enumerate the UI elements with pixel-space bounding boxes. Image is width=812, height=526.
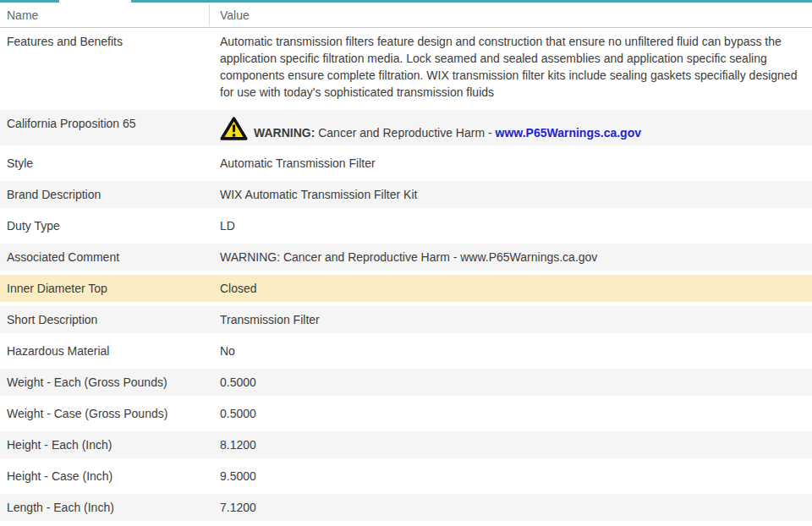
table-row-weight-case: Weight - Case (Gross Pounds) 0.5000 [0, 400, 812, 431]
attribute-name: Inner Diameter Top [0, 275, 213, 302]
attribute-name: Style [0, 150, 213, 177]
prop65-warning-text: WARNING: Cancer and Reproductive Harm - … [254, 124, 641, 141]
attribute-name: Features and Benefits [0, 28, 213, 106]
table-row-brand-description: Brand Description WIX Automatic Transmis… [0, 181, 812, 212]
warning-triangle-icon [220, 116, 248, 141]
attribute-value: WARNING: Cancer and Reproductive Harm - … [213, 244, 812, 271]
attribute-value: WIX Automatic Transmission Filter Kit [213, 181, 812, 208]
attribute-value: LD [213, 212, 812, 239]
attributes-table: Features and Benefits Automatic transmis… [0, 28, 812, 525]
table-row-height-each: Height - Each (Inch) 8.1200 [0, 431, 812, 463]
attribute-value: 0.5000 [213, 369, 812, 396]
table-row-associated-comment: Associated Comment WARNING: Cancer and R… [0, 244, 812, 275]
table-row-short-description: Short Description Transmission Filter [0, 306, 812, 337]
table-row-style: Style Automatic Transmission Filter [0, 150, 812, 181]
attribute-name: Height - Each (Inch) [0, 431, 213, 458]
table-row-inner-diameter-top[interactable]: Inner Diameter Top Closed [0, 275, 812, 306]
attributes-table-header: Name Value [0, 3, 812, 28]
table-row-california-proposition-65: California Proposition 65 WARNING: Cance… [0, 110, 812, 150]
tab-accent-gap [59, 0, 131, 3]
attribute-value: Transmission Filter [213, 306, 812, 333]
column-header-name: Name [0, 8, 209, 22]
attribute-value: Automatic Transmission Filter [213, 150, 812, 177]
attribute-value: No [213, 337, 812, 364]
attribute-name: Duty Type [0, 212, 213, 239]
attribute-name: Weight - Case (Gross Pounds) [0, 400, 213, 427]
table-row-height-case: Height - Case (Inch) 9.5000 [0, 463, 812, 494]
attribute-value: 7.1200 [213, 494, 812, 521]
table-row-features-and-benefits: Features and Benefits Automatic transmis… [0, 28, 812, 110]
attribute-name: Hazardous Material [0, 337, 213, 364]
attribute-name: Associated Comment [0, 244, 213, 271]
attribute-name: Height - Case (Inch) [0, 463, 213, 490]
attribute-value: 8.1200 [213, 431, 812, 458]
attribute-value: 9.5000 [213, 463, 812, 490]
attribute-name: California Proposition 65 [0, 110, 213, 145]
warning-label: WARNING: [254, 126, 315, 140]
attribute-value: WARNING: Cancer and Reproductive Harm - … [213, 110, 812, 145]
attribute-name: Brand Description [0, 181, 213, 208]
warning-message: Cancer and Reproductive Harm - [315, 126, 495, 140]
attribute-value: Automatic transmission filters feature d… [213, 28, 812, 106]
attribute-name: Length - Each (Inch) [0, 494, 213, 521]
attribute-value: 0.5000 [213, 400, 812, 427]
column-header-value: Value [209, 4, 812, 26]
p65-warnings-link[interactable]: www.P65Warnings.ca.gov [496, 126, 641, 140]
table-row-hazardous-material: Hazardous Material No [0, 337, 812, 369]
attribute-value: Closed [213, 275, 812, 302]
table-row-duty-type: Duty Type LD [0, 212, 812, 244]
attribute-name: Weight - Each (Gross Pounds) [0, 369, 213, 396]
table-row-length-each: Length - Each (Inch) 7.1200 [0, 494, 812, 525]
attribute-name: Short Description [0, 306, 213, 333]
tab-accent-bar [0, 0, 812, 3]
table-row-weight-each: Weight - Each (Gross Pounds) 0.5000 [0, 369, 812, 400]
